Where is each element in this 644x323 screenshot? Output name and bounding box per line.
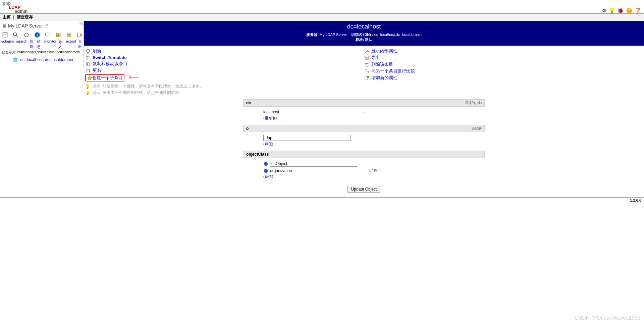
- dc-value: localhost: [263, 109, 361, 115]
- show-internal-action: 显示内部属性: [364, 48, 643, 54]
- bulb-icon[interactable]: 💡: [608, 7, 615, 14]
- svg-line-24: [366, 71, 367, 71]
- home-link[interactable]: 主页: [3, 15, 11, 19]
- app-logo: php LDAP admin: [0, 0, 644, 13]
- tree-root-entry[interactable]: dc=localhost, dc=localdomain: [20, 57, 73, 62]
- clock-icon[interactable]: ⏱: [44, 23, 49, 29]
- svg-rect-12: [88, 55, 90, 57]
- attribute-form: dc 必须的, rdn localhost × (重命名) o 必须的 (赋值): [243, 99, 485, 197]
- top-icon-bar: ⚙ 💡 🐞 😊 ❓: [602, 7, 641, 14]
- svg-rect-0: [3, 33, 7, 37]
- monitor-icon[interactable]: [44, 31, 52, 39]
- o-input[interactable]: [263, 135, 351, 141]
- refresh-action: 刷新: [85, 48, 364, 54]
- trash-icon: [364, 62, 369, 67]
- objectclass-input-1[interactable]: [270, 161, 357, 167]
- hints-block: 💡提示: 想要删除一个属性，请将文本字段清空，然后点击保存。💡提示: 要查看一个…: [84, 83, 644, 99]
- search-icon-label[interactable]: search: [16, 39, 28, 49]
- add-attr-action-link[interactable]: 增加新的属性: [371, 75, 397, 81]
- ldap-tree: 🌐 dc=localhost, dc=localdomain: [1, 57, 84, 63]
- schema-icon[interactable]: [1, 31, 9, 39]
- main-panel: dc=localhost 服务器: My LDAP Server 识别名 (DN…: [84, 21, 644, 197]
- template-icon: [85, 55, 91, 60]
- add-value-oc-link[interactable]: (赋值): [263, 174, 273, 178]
- copy-move-action: 复制和移动该条目: [85, 60, 364, 67]
- export-icon[interactable]: [65, 31, 73, 39]
- svg-rect-19: [366, 56, 368, 57]
- svg-text:i: i: [37, 33, 38, 38]
- add-icon: [364, 75, 369, 80]
- export-icon-label[interactable]: export: [66, 39, 76, 49]
- svg-rect-16: [86, 69, 89, 72]
- delete-action: 删除该条目: [364, 61, 643, 68]
- svg-rect-11: [86, 55, 88, 57]
- add-attr-action: 增加新的属性: [364, 74, 643, 81]
- search-icon[interactable]: [12, 31, 19, 39]
- schema-icon-label[interactable]: schema: [1, 39, 14, 49]
- smiley-icon[interactable]: 😊: [626, 7, 633, 14]
- update-object-button[interactable]: Update Object: [347, 186, 381, 193]
- show-internal-action-link[interactable]: 显示内部属性: [371, 48, 397, 54]
- svg-line-3: [16, 35, 18, 37]
- logout-icon[interactable]: [76, 31, 84, 39]
- rename-action: 更名: [85, 67, 364, 74]
- version-footer: 1.2.6.6: [0, 197, 644, 203]
- refresh-icon[interactable]: [23, 31, 30, 39]
- delete-action-link[interactable]: 删除该条目: [371, 61, 393, 67]
- gear-icon[interactable]: ⚙: [602, 7, 606, 14]
- hint-row: 💡提示: 要查看一个属性的格式，请点击属性的名称。: [85, 90, 643, 96]
- bulb-icon: 💡: [85, 84, 90, 89]
- sidebar: ‹ 🖥 My LDAP Server ⏱ i schemasearch刷新信息m…: [0, 21, 84, 67]
- refresh-icon-label[interactable]: 刷新: [30, 39, 35, 49]
- info-icon[interactable]: i: [263, 168, 268, 173]
- refresh-action-link[interactable]: 刷新: [93, 48, 101, 54]
- highlight-arrow: ⟵: [129, 73, 140, 82]
- copy-move-action-link[interactable]: 复制和移动该条目: [93, 61, 127, 67]
- sidebar-toolbar: i: [1, 30, 84, 39]
- entry-title: dc=localhost: [84, 23, 644, 30]
- copy-icon: [85, 61, 91, 66]
- help-icon[interactable]: ❓: [635, 7, 641, 14]
- create-child-action-link[interactable]: 创建一个子条目: [92, 75, 123, 81]
- export-action: 导出: [364, 54, 643, 61]
- import-icon-label[interactable]: 导入: [58, 39, 64, 49]
- refresh-icon: [85, 48, 91, 54]
- svg-rect-15: [87, 63, 90, 65]
- rename-icon: [85, 68, 91, 73]
- entry-header: dc=localhost 服务器: My LDAP Server 识别名 (DN…: [84, 21, 644, 46]
- info-icon[interactable]: i: [263, 161, 268, 166]
- server-title: 🖥 My LDAP Server ⏱: [1, 22, 84, 30]
- globe-icon: 🌐: [13, 57, 18, 62]
- attr-header-dc: dc 必须的, rdn: [243, 99, 485, 107]
- compare-action-link[interactable]: 同另一个条目进行比较: [371, 68, 415, 74]
- import-icon[interactable]: [55, 31, 62, 39]
- objectclass-value-2: organization: [270, 168, 367, 173]
- actions-row: 刷新Switch Template复制和移动该条目更名创建一个子条目⟵ 显示内部…: [84, 46, 644, 83]
- compare-icon: [364, 68, 369, 74]
- rename-dc-link[interactable]: (重命名): [263, 116, 277, 120]
- logout-icon-label[interactable]: 退出: [78, 39, 84, 49]
- switch-template-action: Switch Template: [85, 54, 364, 60]
- save-icon: [364, 55, 369, 60]
- purge-cache-link[interactable]: 清空缓存: [17, 15, 33, 19]
- sidebar-toolbar-labels: schemasearch刷新信息monitor导入export退出: [1, 39, 84, 50]
- switch-template-action-link[interactable]: Switch Template: [93, 55, 127, 60]
- star-icon: [87, 75, 92, 80]
- svg-rect-6: [46, 33, 50, 36]
- svg-rect-13: [86, 58, 88, 59]
- hint-row: 💡提示: 想要删除一个属性，请将文本字段清空，然后点击保存。: [85, 83, 643, 90]
- rename-action-link[interactable]: 更名: [93, 67, 101, 73]
- bug-icon[interactable]: 🐞: [617, 7, 624, 14]
- info-icon-label[interactable]: 信息: [37, 39, 42, 49]
- info-icon[interactable]: i: [34, 31, 41, 39]
- menubar: 主页 | 清空缓存: [0, 13, 644, 21]
- export-action-link[interactable]: 导出: [371, 55, 380, 61]
- add-value-o-link[interactable]: (赋值): [263, 142, 273, 146]
- svg-point-2: [13, 33, 16, 36]
- compare-action: 同另一个条目进行比较: [364, 68, 643, 74]
- monitor-icon-label[interactable]: monitor: [44, 39, 57, 49]
- bulb-icon: 💡: [85, 91, 90, 95]
- attr-header-objectclass: objectClass: [243, 151, 485, 158]
- collapse-sidebar-button[interactable]: ‹: [79, 22, 83, 25]
- svg-rect-10: [77, 33, 80, 37]
